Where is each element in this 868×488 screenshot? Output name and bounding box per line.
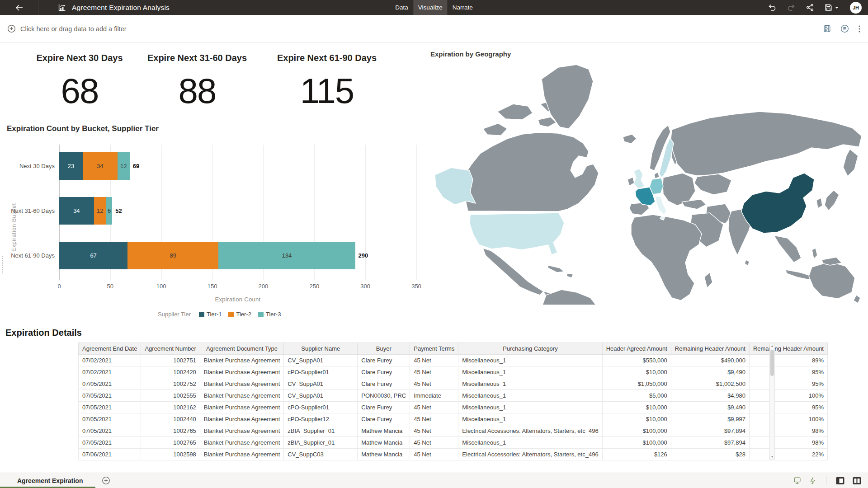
map-region-arctic-island[interactable] [497,104,533,120]
map-region-canada[interactable] [459,132,599,211]
add-filter-icon[interactable] [7,24,16,33]
avatar[interactable]: JH [850,2,862,14]
map-region-australia[interactable] [809,262,855,299]
map-region-south-america[interactable] [542,290,596,305]
table-cell: 45 Net [410,425,458,437]
panel-toggle-split[interactable] [852,476,862,485]
table-row[interactable]: 07/02/20211002420Blanket Purchase Agreem… [79,366,828,378]
canvas-tab[interactable]: Agreement Expiration [0,473,95,488]
map-country-alaska[interactable] [435,168,476,205]
kpi-tile[interactable]: Expire Next 61-90 Days115 [259,53,395,112]
map-region-philippines[interactable] [812,248,817,259]
legend-item[interactable]: Tier-1 [199,311,222,318]
map-region-korea[interactable] [816,198,822,208]
topbar-divider [38,0,38,15]
column-header[interactable]: Supplier Name [284,343,358,355]
filter-prompt[interactable]: Click here or drag data to add a filter [20,25,127,33]
map-region-indonesia[interactable] [786,270,812,280]
annotations-icon[interactable] [840,24,849,33]
map-region-southeast-asia[interactable] [774,235,801,263]
map-region-ireland[interactable] [627,177,634,186]
table-row[interactable]: 07/05/20211002555Blanket Purchase Agreem… [79,390,828,402]
map-region-denmark[interactable] [654,172,659,178]
save-button[interactable] [825,4,839,11]
table-scrollbar[interactable]: ▲ ▼ [769,343,775,460]
map-region-arctic-island[interactable] [483,123,507,136]
chart-scroll-handle[interactable] [2,256,3,273]
table-row[interactable]: 07/05/20211002752Blanket Purchase Agreem… [79,378,828,390]
bar-segment-tier-3[interactable]: 6 [106,197,113,225]
bar-segment-tier-2[interactable]: 12 [94,197,106,225]
map-region-cuba[interactable] [548,265,564,272]
map-region-russia[interactable] [671,112,862,176]
column-header[interactable]: Agreement Number [141,343,200,355]
auto-insights-icon[interactable] [809,477,817,485]
column-header[interactable]: Header Agreed Amount [602,343,671,355]
add-canvas-button[interactable] [102,476,110,485]
map-region-iceland[interactable] [623,134,637,144]
map-region-central-asia[interactable] [694,174,731,195]
map-country-italy[interactable] [656,196,666,215]
table-row[interactable]: 07/05/20211002162Blanket Purchase Agreem… [79,402,828,413]
scroll-thumb[interactable] [770,350,774,376]
back-button[interactable] [0,0,38,15]
scroll-up-icon[interactable]: ▲ [770,344,774,347]
kpi-tile[interactable]: Expire Next 31-60 Days88 [129,53,265,112]
bar-segment-tier-2[interactable]: 34 [83,152,118,180]
legend-item[interactable]: Tier-3 [258,311,281,318]
column-header[interactable]: Remaining Header Amount [671,343,749,355]
viz-settings-icon[interactable] [823,24,831,33]
column-header[interactable]: Agreement Document Type [200,343,283,355]
save-caret-icon[interactable] [835,6,839,9]
table-row[interactable]: 07/05/20211002765Blanket Purchase Agreem… [79,425,828,437]
bar-segment-tier-1[interactable]: 67 [59,242,127,269]
kebab-menu-icon[interactable] [858,25,861,33]
x-tick: 350 [411,283,421,290]
column-header[interactable]: Remaining Header Amount [749,343,827,355]
bar-segment-tier-3[interactable]: 12 [118,152,130,180]
bar-total-label: 290 [359,242,368,269]
table-cell: $9,490 [671,366,749,378]
table-cell: 07/05/2021 [79,425,141,437]
map-region-mexico[interactable] [483,248,543,295]
redo-button[interactable] [787,4,795,11]
map-region-hispaniola[interactable] [566,273,573,278]
map-region-madagascar[interactable] [704,272,712,288]
canvas-properties-icon[interactable] [793,476,802,485]
table-cell: $10,000 [602,402,671,413]
map-region-new-zealand[interactable] [854,295,860,303]
bar-segment-tier-3[interactable]: 134 [218,242,355,269]
map-country-china[interactable] [741,173,814,233]
share-button[interactable] [806,4,814,11]
bar-segment-tier-2[interactable]: 89 [127,242,218,269]
map-region-siberia-east[interactable] [843,149,858,176]
filter-bar[interactable]: Click here or drag data to add a filter [0,15,868,43]
map-region-sri-lanka[interactable] [745,260,750,266]
tab-data[interactable]: Data [390,0,413,15]
column-header[interactable]: Payment Terms [410,343,458,355]
legend-label: Tier-3 [266,311,281,318]
table-row[interactable]: 07/05/20211002440Blanket Purchase Agreem… [79,413,828,425]
kpi-tile[interactable]: Expire Next 30 Days68 [12,53,147,112]
view-tabs: DataVisualizeNarrate [390,0,477,15]
column-header[interactable]: Buyer [358,343,410,355]
table-row[interactable]: 07/05/20211002765Blanket Purchase Agreem… [79,437,828,449]
tab-visualize[interactable]: Visualize [413,0,448,15]
bar-segment-tier-1[interactable]: 23 [59,152,83,180]
map-region-japan[interactable] [825,190,839,211]
table-row[interactable]: 07/02/20211002751Blanket Purchase Agreem… [79,355,828,366]
x-tick: 300 [360,283,370,290]
tab-narrate[interactable]: Narrate [448,0,478,15]
table-cell: Blanket Purchase Agreement [200,366,283,378]
column-header[interactable]: Purchasing Category [458,343,602,355]
map-country-united-kingdom[interactable] [634,169,645,189]
legend-item[interactable]: Tier-2 [228,311,251,318]
x-tick: 200 [259,283,269,290]
table-row[interactable]: 07/06/20211002598Blanket Purchase Agreem… [79,449,828,460]
column-header[interactable]: Agreement End Date [79,343,141,355]
panel-toggle-right[interactable] [835,476,845,485]
map-region-africa[interactable] [631,215,702,300]
scroll-down-icon[interactable]: ▼ [770,455,774,458]
undo-button[interactable] [768,4,776,11]
bar-segment-tier-1[interactable]: 34 [59,197,94,225]
